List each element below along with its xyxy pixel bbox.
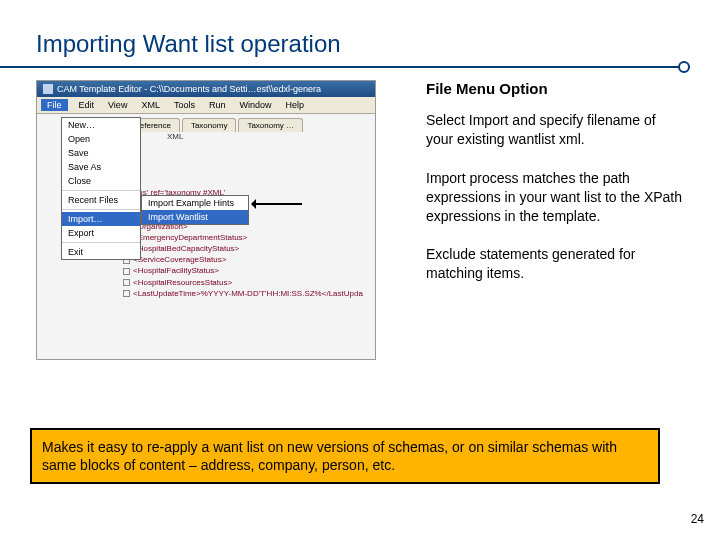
file-dropdown: New… Open Save Save As Close Recent File… <box>61 117 141 260</box>
tree-node: <HospitalFacilityStatus> <box>133 266 219 275</box>
paragraph-2: Import process matches the path expressi… <box>426 169 684 226</box>
menu-item-import[interactable]: Import… <box>62 212 140 226</box>
submenu-import-hints[interactable]: Import Example Hints <box>142 196 248 210</box>
menu-separator <box>62 209 140 210</box>
menu-tools[interactable]: Tools <box>171 99 198 111</box>
tree-node: <EmergencyDepartmentStatus> <box>133 233 247 242</box>
menu-separator <box>62 242 140 243</box>
import-submenu: Import Example Hints Import Wantlist <box>141 195 249 225</box>
menu-help[interactable]: Help <box>282 99 307 111</box>
menu-item-close[interactable]: Close <box>62 174 140 188</box>
menu-xml[interactable]: XML <box>138 99 163 111</box>
menu-item-save[interactable]: Save <box>62 146 140 160</box>
checkbox-icon[interactable] <box>123 279 130 286</box>
checkbox-icon[interactable] <box>123 268 130 275</box>
menu-item-open[interactable]: Open <box>62 132 140 146</box>
page-number: 24 <box>691 512 704 526</box>
section-heading: File Menu Option <box>426 80 684 97</box>
menu-item-export[interactable]: Export <box>62 226 140 240</box>
text-column: File Menu Option Select Import and speci… <box>376 80 684 360</box>
menu-file[interactable]: File <box>41 99 68 111</box>
submenu-import-wantlist[interactable]: Import Wantlist <box>142 210 248 224</box>
menu-view[interactable]: View <box>105 99 130 111</box>
menu-separator <box>62 190 140 191</box>
menu-item-saveas[interactable]: Save As <box>62 160 140 174</box>
tab-taxonomy2[interactable]: Taxonomy … <box>238 118 303 132</box>
menubar: File Edit View XML Tools Run Window Help <box>37 97 375 114</box>
checkbox-icon[interactable] <box>123 290 130 297</box>
tree-node: <HospitalResourcesStatus> <box>133 278 232 287</box>
window-titlebar: CAM Template Editor - C:\\Documents and … <box>37 81 375 97</box>
app-icon <box>43 84 53 94</box>
callout-box: Makes it easy to re-apply a want list on… <box>30 428 660 484</box>
tab-taxonomy[interactable]: Taxonomy <box>182 118 236 132</box>
menu-item-new[interactable]: New… <box>62 118 140 132</box>
menu-window[interactable]: Window <box>236 99 274 111</box>
menu-item-exit[interactable]: Exit <box>62 245 140 259</box>
menu-run[interactable]: Run <box>206 99 229 111</box>
menu-edit[interactable]: Edit <box>76 99 98 111</box>
window-title-text: CAM Template Editor - C:\\Documents and … <box>57 84 321 94</box>
menu-item-recent[interactable]: Recent Files <box>62 193 140 207</box>
pointer-arrow-icon <box>252 203 302 205</box>
app-screenshot: CAM Template Editor - C:\\Documents and … <box>36 80 376 360</box>
paragraph-1: Select Import and specify filename of yo… <box>426 111 684 149</box>
paragraph-3: Exclude statements generated for matchin… <box>426 245 684 283</box>
slide-title: Importing Want list operation <box>0 0 720 66</box>
tree-node: <HospitalBedCapacityStatus> <box>133 244 239 253</box>
tree-node: <ServiceCoverageStatus> <box>133 255 226 264</box>
tree-node: <LastUpdateTime>%YYYY-MM-DD'T'HH:MI:SS.S… <box>133 289 363 298</box>
